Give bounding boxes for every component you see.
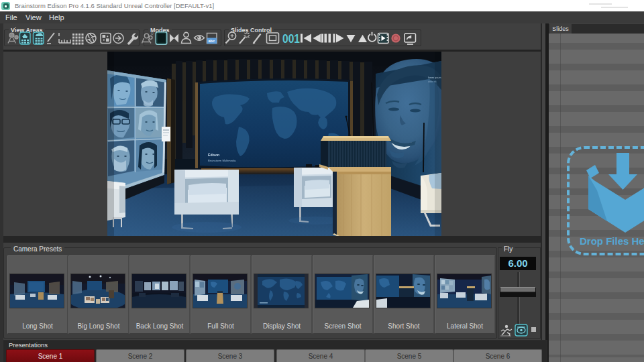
svg-text:abc: abc [209,39,215,43]
svg-text:Edison: Edison [208,153,219,157]
svg-text:001: 001 [282,32,300,46]
svg-text:0: 0 [151,31,154,36]
svg-text:Brainstorm Multimedia: Brainstorm Multimedia [208,159,236,162]
